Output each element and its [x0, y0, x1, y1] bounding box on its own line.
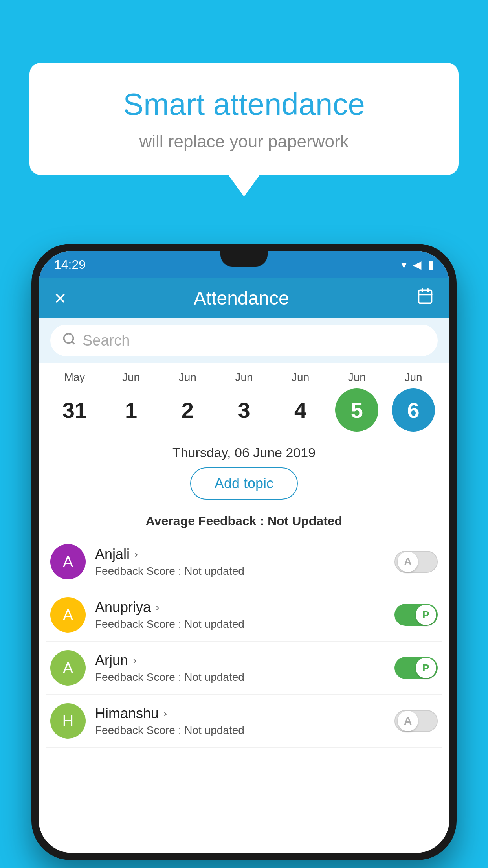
cal-date-number[interactable]: 4 — [279, 388, 322, 432]
feedback-value: Not updated — [184, 565, 244, 577]
search-icon — [62, 332, 76, 349]
student-name: Anupriya › — [95, 599, 385, 616]
speech-bubble-subtitle: will replace your paperwork — [61, 132, 427, 151]
cal-month-label: Jun — [404, 371, 422, 384]
avatar: A — [50, 544, 86, 579]
toggle-container[interactable]: A — [394, 710, 438, 732]
student-name: Anjali › — [95, 546, 385, 563]
avg-feedback: Average Feedback : Not Updated — [39, 514, 449, 535]
chevron-right-icon: › — [163, 707, 167, 720]
student-name-text: Anjali — [95, 546, 130, 563]
content-area: Thursday, 06 June 2019 Add topic Average… — [39, 436, 449, 748]
search-placeholder: Search — [83, 332, 130, 349]
avg-feedback-label: Average Feedback : — [146, 514, 268, 528]
phone-screen: 14:29 ▾ ◀ ▮ × Attendance — [39, 251, 449, 853]
avatar: A — [50, 597, 86, 633]
cal-day[interactable]: Jun4 — [275, 371, 326, 432]
chevron-right-icon: › — [156, 601, 159, 614]
svg-line-5 — [72, 341, 75, 344]
cal-month-label: Jun — [292, 371, 309, 384]
feedback-value: Not updated — [184, 618, 244, 630]
search-bar[interactable]: Search — [50, 325, 438, 356]
add-topic-button[interactable]: Add topic — [190, 467, 298, 500]
cal-day[interactable]: Jun6 — [388, 371, 439, 432]
cal-month-label: May — [64, 371, 85, 384]
avatar: A — [50, 650, 86, 686]
student-list: AAnjali ›Feedback Score : Not updatedAAA… — [39, 535, 449, 748]
attendance-toggle[interactable]: A — [394, 551, 438, 573]
cal-month-label: Jun — [235, 371, 253, 384]
calendar-strip: May31Jun1Jun2Jun3Jun4Jun5Jun6 — [39, 363, 449, 436]
speech-bubble-title: Smart attendance — [61, 86, 427, 122]
feedback-value: Not updated — [184, 671, 244, 683]
cal-date-number[interactable]: 6 — [392, 388, 435, 432]
cal-date-number[interactable]: 31 — [53, 388, 96, 432]
attendance-toggle[interactable]: A — [394, 710, 438, 732]
svg-rect-0 — [418, 290, 431, 303]
signal-icon: ◀ — [413, 258, 422, 271]
app-bar: × Attendance — [39, 278, 449, 318]
svg-point-4 — [64, 333, 73, 343]
feedback-label: Feedback Score : — [95, 671, 184, 683]
avg-feedback-value: Not Updated — [268, 514, 342, 528]
speech-bubble: Smart attendance will replace your paper… — [29, 63, 459, 175]
feedback-value: Not updated — [184, 724, 244, 736]
close-button[interactable]: × — [54, 286, 66, 310]
attendance-toggle[interactable]: P — [394, 657, 438, 679]
selected-date-label: Thursday, 06 June 2019 — [39, 436, 449, 467]
student-feedback: Feedback Score : Not updated — [95, 618, 385, 631]
toggle-thumb: P — [416, 605, 436, 625]
chevron-right-icon: › — [133, 654, 136, 667]
student-info: Anupriya ›Feedback Score : Not updated — [95, 599, 385, 631]
speech-bubble-tail — [228, 175, 260, 197]
phone-frame: 14:29 ▾ ◀ ▮ × Attendance — [31, 244, 457, 860]
cal-month-label: Jun — [122, 371, 140, 384]
toggle-thumb: P — [416, 658, 436, 678]
attendance-toggle[interactable]: P — [394, 604, 438, 626]
cal-month-label: Jun — [179, 371, 196, 384]
student-item[interactable]: AArjun ›Feedback Score : Not updatedP — [46, 642, 442, 695]
student-item[interactable]: HHimanshu ›Feedback Score : Not updatedA — [46, 695, 442, 748]
app-bar-title: Attendance — [194, 287, 289, 309]
student-name-text: Arjun — [95, 652, 128, 669]
battery-icon: ▮ — [428, 258, 434, 271]
toggle-thumb: A — [398, 711, 418, 731]
cal-day[interactable]: Jun1 — [106, 371, 157, 432]
notch — [220, 251, 268, 267]
student-name: Arjun › — [95, 652, 385, 669]
search-bar-wrapper: Search — [39, 318, 449, 363]
student-item[interactable]: AAnjali ›Feedback Score : Not updatedA — [46, 535, 442, 588]
student-name: Himanshu › — [95, 705, 385, 722]
speech-bubble-section: Smart attendance will replace your paper… — [29, 63, 459, 197]
toggle-container[interactable]: P — [394, 604, 438, 626]
cal-date-number[interactable]: 5 — [335, 388, 378, 432]
cal-day[interactable]: Jun3 — [218, 371, 270, 432]
student-info: Himanshu ›Feedback Score : Not updated — [95, 705, 385, 737]
wifi-icon: ▾ — [401, 258, 407, 271]
chevron-right-icon: › — [134, 548, 138, 561]
student-feedback: Feedback Score : Not updated — [95, 671, 385, 684]
student-name-text: Himanshu — [95, 705, 159, 722]
status-time: 14:29 — [54, 257, 86, 272]
cal-month-label: Jun — [348, 371, 366, 384]
toggle-container[interactable]: A — [394, 551, 438, 573]
student-feedback: Feedback Score : Not updated — [95, 565, 385, 577]
student-name-text: Anupriya — [95, 599, 151, 616]
student-info: Arjun ›Feedback Score : Not updated — [95, 652, 385, 684]
student-item[interactable]: AAnupriya ›Feedback Score : Not updatedP — [46, 588, 442, 642]
cal-date-number[interactable]: 1 — [110, 388, 153, 432]
status-icons: ▾ ◀ ▮ — [401, 258, 434, 271]
toggle-container[interactable]: P — [394, 657, 438, 679]
cal-day[interactable]: Jun5 — [331, 371, 382, 432]
feedback-label: Feedback Score : — [95, 724, 184, 736]
cal-date-number[interactable]: 3 — [222, 388, 266, 432]
avatar: H — [50, 703, 86, 739]
feedback-label: Feedback Score : — [95, 565, 184, 577]
cal-day[interactable]: May31 — [49, 371, 100, 432]
cal-day[interactable]: Jun2 — [162, 371, 213, 432]
calendar-icon-button[interactable] — [416, 287, 434, 309]
cal-date-number[interactable]: 2 — [166, 388, 209, 432]
student-info: Anjali ›Feedback Score : Not updated — [95, 546, 385, 577]
student-feedback: Feedback Score : Not updated — [95, 724, 385, 737]
toggle-thumb: A — [398, 552, 418, 572]
